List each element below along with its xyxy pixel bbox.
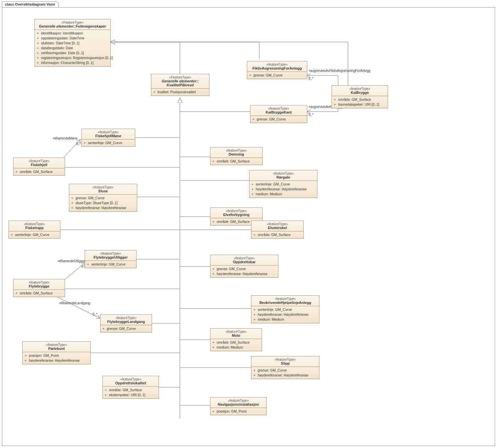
class-stereotype: «featureType» bbox=[15, 281, 63, 284]
class-attribute: + høydereferanse: Høydereferanse bbox=[212, 271, 276, 276]
class-attributes: + senterlinje: GM_Curve bbox=[82, 139, 135, 146]
class-oppdrettskar: «featureType»Oppdrettskar+ grense: GM_Cu… bbox=[210, 255, 278, 278]
class-attribute: + posisjon: GM_Point bbox=[25, 353, 88, 358]
class-stereotype: «featureType» bbox=[249, 63, 305, 66]
class-attributes: + grense: GM_Curve bbox=[250, 116, 307, 123]
class-name: Rørgate bbox=[251, 175, 315, 179]
class-attributes: + område: GM_Surface bbox=[13, 168, 65, 175]
class-attributes: + posisjon: GM_Point bbox=[210, 408, 266, 415]
class-stereotype: «featureType» bbox=[71, 185, 135, 189]
diagram-frame-label: class Oversiktsdiagram Vann bbox=[2, 1, 59, 7]
class-attribute: + område: GM_Surface bbox=[253, 232, 301, 237]
class-flytebrygge: «featureType»Flytebrygge+ område: GM_Sur… bbox=[13, 279, 65, 297]
class-elveterskel: «featureType»Elveterskel+ område: GM_Sur… bbox=[251, 221, 304, 239]
class-name: FlytebryggeLandgang bbox=[102, 320, 150, 324]
class-stereotype: «featureType» bbox=[25, 343, 88, 347]
assoc-mult-landgang: 0..* bbox=[93, 312, 97, 316]
class-stereotype: «featureType» bbox=[334, 87, 386, 91]
class-attributes: + område: GM_Surface bbox=[13, 290, 65, 297]
class-stereotype: «featureType» bbox=[212, 399, 264, 402]
class-fellesegenskaper: «FeatureType»Generelle elementer::Felles… bbox=[34, 19, 111, 67]
class-name: Molo bbox=[212, 333, 260, 337]
class-stereotype: «FeatureType» bbox=[153, 75, 207, 79]
class-attribute: + datafangstdato: Date bbox=[37, 46, 108, 51]
class-name: Sluse bbox=[71, 189, 135, 193]
class-attributes: + grense: GM_Curve+ høydereferanse: Høyd… bbox=[210, 266, 278, 277]
class-kaibrygge: «featureType»KaiBrygge+ område: GM_Surfa… bbox=[332, 85, 388, 108]
class-fisketrapp: «featureType»Fisketrapp+ senterlinje: GM… bbox=[9, 221, 60, 239]
class-attributes: + identifikasjon: Identifikasjon+ oppdat… bbox=[35, 30, 110, 66]
class-attributes: + senterlinje: GM_Curve+ høydereferanse:… bbox=[249, 181, 317, 198]
class-kvalitetpakrevd: «FeatureType»Generelle elementer::Kvalit… bbox=[151, 74, 209, 96]
class-attributes: + område: GM_Surface bbox=[251, 231, 303, 238]
class-name: Fisketrapp bbox=[11, 226, 58, 230]
class-attribute: + grense: GM_Curve bbox=[71, 196, 135, 201]
class-attribute: + sluttdato: DateTime [0..1] bbox=[37, 41, 108, 46]
class-attribute: + medium: Medium bbox=[251, 192, 315, 197]
class-name: Oppdrettskar bbox=[212, 260, 276, 264]
class-stereotype: «featureType» bbox=[212, 149, 260, 152]
class-attribute: + høydereferanse: Høydereferanse bbox=[71, 205, 135, 210]
class-attribute: + verifiseringsdato: Date [0..1] bbox=[37, 51, 108, 55]
assoc-label-tilhorende-utligger: +tilhørendeUtligger bbox=[57, 259, 85, 263]
class-attributes: + område: GM_Surface+ eksternpeker: URI … bbox=[103, 387, 159, 398]
class-name: KaiBrygge bbox=[334, 91, 386, 95]
class-attributes: + område: GM_Surface bbox=[210, 158, 262, 165]
class-name: FiskehjellMøne bbox=[84, 134, 133, 138]
class-attribute: + område: GM_Surface bbox=[15, 291, 63, 296]
class-flytebryggeutligger: «featureType»FlytebryggeUtligger+ senter… bbox=[85, 250, 137, 268]
class-stereotype: «featureType» bbox=[253, 297, 317, 301]
class-attribute: + område: GM_Surface bbox=[334, 97, 386, 102]
class-name: Fiskehjell bbox=[15, 163, 63, 167]
class-attribute: + senterlinje: GM_Curve bbox=[251, 182, 315, 187]
class-attributes: + grense: GM_Curve bbox=[100, 325, 152, 332]
class-attribute: + kvalitet: Posisjonskvalitet bbox=[153, 90, 207, 95]
class-fiskehjell: «featureType»Fiskehjell+ område: GM_Surf… bbox=[13, 158, 65, 176]
assoc-label-tilhorende-landgang: +tilhørendeLandgang bbox=[59, 301, 90, 305]
class-beskrivendehjelpelinje: «featureType»BeskrivendeHjelpelinjeAnleg… bbox=[251, 295, 319, 323]
class-attribute: + grense: GM_Curve bbox=[212, 267, 276, 271]
class-attribute: + registreringsversjon: Registreringsver… bbox=[37, 55, 108, 60]
class-attributes: + område: GM_Surface+ havnedatapeker: UR… bbox=[332, 96, 388, 108]
class-name: BeskrivendeHjelpelinjeAnlegg bbox=[253, 301, 317, 305]
class-attributes: + grense: GM_Curve+ høydereferanse: Høyd… bbox=[251, 367, 319, 379]
class-attribute: + område: GM_Surface bbox=[105, 388, 157, 393]
class-name: Oppdrettslokalitet bbox=[105, 381, 157, 385]
class-fiktivavgrensning: «featureType»FiktivAvgrensningForAnlegg+… bbox=[247, 61, 307, 79]
class-name: Navigasjonsinstallasjon bbox=[212, 402, 264, 406]
class-rorgate: «featureType»Rørgate+ senterlinje: GM_Cu… bbox=[249, 170, 317, 198]
class-attribute: + informasjon: CharacterString [0..1] bbox=[37, 60, 108, 65]
class-stereotype: «featureType» bbox=[84, 130, 133, 134]
class-oppdrettslokalitet: «featureType»Oppdrettslokalitet+ område:… bbox=[102, 376, 159, 399]
class-demning: «featureType»Demning+ område: GM_Surface bbox=[210, 147, 263, 165]
class-attribute: + oppdateringsdato: DateTime bbox=[37, 36, 108, 41]
class-stereotype: «featureType» bbox=[102, 316, 150, 320]
class-attribute: + grense: GM_Curve bbox=[253, 368, 317, 373]
class-attributes: + senterlinje: GM_Curve+ høydereferanse:… bbox=[251, 306, 319, 323]
class-attribute: + høydereferanse: Høydereferanse bbox=[251, 187, 315, 192]
class-attributes: + område: GM_Surface+ medium: Medium bbox=[210, 339, 262, 351]
class-navigasjonsinstallasjon: «featureType»Navigasjonsinstallasjon+ po… bbox=[210, 397, 267, 415]
class-stereotype: «FeatureType» bbox=[37, 21, 108, 24]
assoc-label-tilhorende-mone: +tilhørendeMøne bbox=[53, 137, 77, 140]
class-sluse: «featureType»Sluse+ grense: GM_Curve+ sl… bbox=[69, 184, 137, 212]
class-slipp: «featureType»Slipp+ grense: GM_Curve+ hø… bbox=[251, 356, 319, 379]
class-stereotype: «featureType» bbox=[252, 107, 305, 110]
class-name: KaiBryggeKant bbox=[252, 110, 305, 114]
class-name: FiktivAvgrensningForAnlegg bbox=[249, 66, 305, 70]
class-stereotype: «featureType» bbox=[87, 252, 134, 255]
class-attribute: + høydereferanse: Høydereferanse bbox=[253, 312, 317, 317]
class-attributes: + senterlinje: GM_Curve bbox=[85, 261, 136, 268]
class-name: Demning bbox=[212, 152, 260, 156]
class-attribute: + grense: GM_Curve bbox=[252, 117, 305, 122]
class-stereotype: «featureType» bbox=[253, 358, 317, 361]
class-attributes: + grense: GM_Curve bbox=[247, 72, 307, 79]
assoc-mult-kaikant: 0..* bbox=[309, 113, 313, 117]
class-attribute: + medium: Medium bbox=[253, 317, 317, 322]
class-name: Elveterskel bbox=[253, 226, 301, 230]
class-name: FlytebryggeUtligger bbox=[87, 255, 134, 259]
class-attribute: + høydereferanse: Høydereferanse bbox=[253, 373, 317, 378]
class-attribute: + senterlinje: GM_Curve bbox=[84, 140, 133, 145]
class-fiskehjellmone: «featureType»FiskehjellMøne+ senterlinje… bbox=[81, 129, 135, 147]
class-attributes: + grense: GM_Curve+ sluseType: SluseType… bbox=[69, 195, 137, 211]
